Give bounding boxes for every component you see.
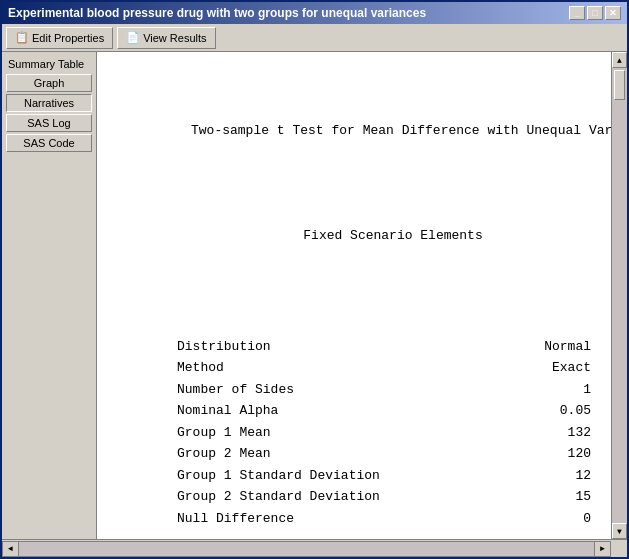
fixed-row-label: Group 2 Standard Deviation [173,486,484,508]
fixed-table-row: Group 1 Standard Deviation12 [173,465,595,487]
report-body: Two-sample t Test for Mean Difference wi… [113,62,595,539]
fixed-table-row: Number of Sides1 [173,379,595,401]
fixed-row-value: 0.05 [484,400,595,422]
fixed-table-row: Group 2 Standard Deviation15 [173,486,595,508]
fixed-row-label: Group 2 Mean [173,443,484,465]
fixed-table-row: Null Difference0 [173,508,595,530]
scroll-up-arrow[interactable]: ▲ [612,52,627,68]
title-bar-text: Experimental blood pressure drug with tw… [8,6,426,20]
toolbar: 📋 Edit Properties 📄 View Results [2,24,627,52]
scroll-left-arrow[interactable]: ◄ [3,542,19,556]
sidebar-item-sas-log[interactable]: SAS Log [6,114,92,132]
scroll-track[interactable] [612,68,627,523]
vertical-scrollbar[interactable]: ▲ ▼ [611,52,627,539]
main-content: Summary Table Graph Narratives SAS Log S… [2,52,627,539]
window-title: Experimental blood pressure drug with tw… [8,6,426,20]
maximize-button[interactable]: □ [587,6,603,20]
scroll-right-arrow[interactable]: ► [594,542,610,556]
fixed-row-value: 120 [484,443,595,465]
fixed-row-value: Exact [484,357,595,379]
scroll-down-arrow[interactable]: ▼ [612,523,627,539]
fixed-row-label: Null Difference [173,508,484,530]
fixed-table-row: Group 1 Mean132 [173,422,595,444]
fixed-row-value: 132 [484,422,595,444]
fixed-table-row: MethodExact [173,357,595,379]
fixed-row-value: Normal [484,336,595,358]
fixed-row-label: Nominal Alpha [173,400,484,422]
fixed-scenario-table: DistributionNormalMethodExactNumber of S… [173,336,595,530]
sidebar-item-narratives[interactable]: Narratives [6,94,92,112]
scrollbar-corner [611,541,627,557]
fixed-row-label: Distribution [173,336,484,358]
main-window: Experimental blood pressure drug with tw… [0,0,629,559]
horizontal-scrollbar[interactable]: ◄ ► [2,541,611,557]
h-scroll-track[interactable] [19,542,594,556]
fixed-table-row: Group 2 Mean120 [173,443,595,465]
scroll-thumb[interactable] [614,70,625,100]
fixed-row-value: 15 [484,486,595,508]
view-results-icon: 📄 [126,31,140,44]
sidebar-item-graph[interactable]: Graph [6,74,92,92]
content-area[interactable]: Two-sample t Test for Mean Difference wi… [97,52,611,539]
close-button[interactable]: ✕ [605,6,621,20]
fixed-row-value: 12 [484,465,595,487]
fixed-row-label: Group 1 Mean [173,422,484,444]
fixed-row-label: Number of Sides [173,379,484,401]
bottom-bar: ◄ ► [2,539,627,557]
edit-properties-icon: 📋 [15,31,29,44]
sidebar-summary-table-label: Summary Table [2,56,96,72]
sidebar-item-sas-code[interactable]: SAS Code [6,134,92,152]
minimize-button[interactable]: _ [569,6,585,20]
view-results-button[interactable]: 📄 View Results [117,27,215,49]
window-controls: _ □ ✕ [569,6,621,20]
edit-properties-label: Edit Properties [32,32,104,44]
view-results-label: View Results [143,32,206,44]
fixed-row-label: Group 1 Standard Deviation [173,465,484,487]
fixed-table-row: Nominal Alpha0.05 [173,400,595,422]
fixed-row-value: 0 [484,508,595,530]
title-bar: Experimental blood pressure drug with tw… [2,2,627,24]
fixed-row-label: Method [173,357,484,379]
sidebar: Summary Table Graph Narratives SAS Log S… [2,52,97,539]
edit-properties-button[interactable]: 📋 Edit Properties [6,27,113,49]
fixed-row-value: 1 [484,379,595,401]
fixed-table-row: DistributionNormal [173,336,595,358]
report-title: Two-sample t Test for Mean Difference wi… [113,101,595,160]
fixed-section-header: Fixed Scenario Elements [113,207,595,266]
